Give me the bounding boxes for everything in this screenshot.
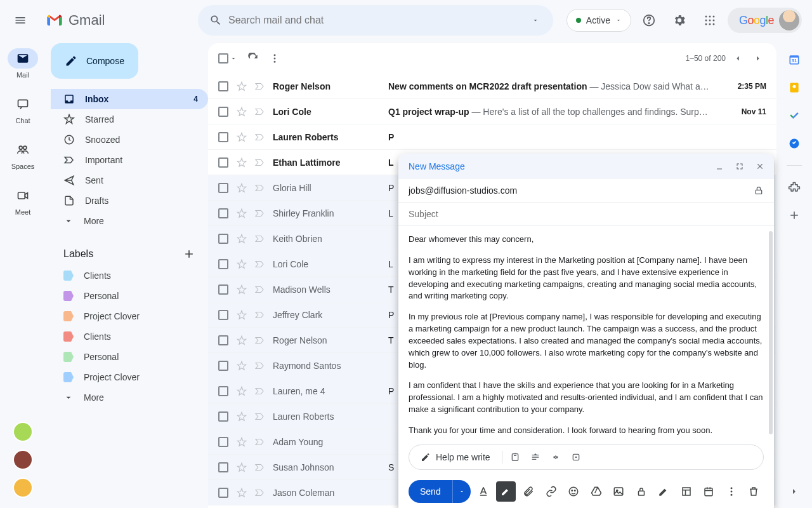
important-icon[interactable] (254, 462, 265, 473)
schedule-icon[interactable] (698, 481, 719, 502)
star-icon[interactable] (236, 309, 247, 321)
email-row[interactable]: Roger Nelson New comments on MCR2022 dra… (208, 74, 776, 99)
rail-chat[interactable]: Chat (5, 91, 41, 127)
scrollbar[interactable] (769, 231, 773, 434)
row-checkbox[interactable] (218, 437, 228, 447)
search-input[interactable] (228, 15, 523, 26)
expand-icon[interactable] (731, 157, 749, 175)
folder-important[interactable]: Important (51, 150, 208, 170)
star-icon[interactable] (236, 131, 247, 143)
row-checkbox[interactable] (218, 157, 228, 168)
star-icon[interactable] (236, 157, 247, 168)
search-bar[interactable] (198, 5, 553, 36)
subject-input[interactable] (409, 209, 764, 219)
important-icon[interactable] (254, 157, 265, 168)
shorten-icon[interactable] (546, 447, 566, 467)
important-icon[interactable] (254, 385, 265, 397)
row-checkbox[interactable] (218, 81, 228, 91)
important-icon[interactable] (254, 360, 265, 371)
row-checkbox[interactable] (218, 208, 228, 218)
star-icon[interactable] (236, 284, 247, 295)
star-icon[interactable] (236, 258, 247, 270)
settings-icon[interactable] (667, 8, 692, 33)
star-icon[interactable] (236, 81, 247, 92)
rail-meet[interactable]: Meet (5, 183, 41, 218)
search-icon[interactable] (203, 14, 228, 27)
send-button[interactable]: Send (409, 480, 471, 503)
ai-format-icon[interactable] (496, 481, 516, 502)
contact-avatar[interactable] (13, 422, 33, 442)
star-icon[interactable] (236, 462, 247, 473)
profile-avatar[interactable] (779, 10, 799, 30)
row-checkbox[interactable] (218, 310, 228, 320)
star-icon[interactable] (236, 436, 247, 448)
star-icon[interactable] (236, 106, 247, 117)
row-checkbox[interactable] (218, 234, 228, 244)
gmail-logo[interactable]: Gmail (41, 11, 167, 29)
search-options-icon[interactable] (523, 17, 548, 24)
minimize-icon[interactable] (710, 157, 728, 175)
collapse-panel-icon[interactable] (788, 485, 801, 498)
contacts-icon[interactable] (788, 137, 801, 150)
star-icon[interactable] (236, 487, 247, 498)
important-icon[interactable] (254, 208, 265, 219)
discard-icon[interactable] (743, 481, 764, 502)
important-icon[interactable] (254, 233, 265, 244)
star-icon[interactable] (236, 233, 247, 244)
more-compose-icon[interactable] (721, 481, 742, 502)
folder-inbox[interactable]: Inbox4 (51, 89, 208, 109)
image-icon[interactable] (608, 481, 629, 502)
close-icon[interactable] (751, 157, 769, 175)
to-field[interactable]: jobs@diffusion-studios.com (398, 179, 774, 203)
star-icon[interactable] (236, 335, 247, 346)
star-icon[interactable] (236, 360, 247, 371)
compose-button[interactable]: Compose (51, 43, 138, 79)
main-menu-button[interactable] (5, 5, 36, 36)
important-icon[interactable] (254, 411, 265, 422)
lock-icon[interactable] (754, 185, 764, 196)
label-item[interactable]: Project Clover (51, 306, 208, 326)
row-checkbox[interactable] (218, 284, 228, 295)
row-checkbox[interactable] (218, 488, 228, 498)
formalize-icon[interactable] (505, 447, 525, 467)
select-all[interactable] (218, 53, 237, 64)
send-options-icon[interactable] (453, 488, 471, 495)
drive-icon[interactable] (586, 481, 606, 502)
keep-icon[interactable] (788, 81, 801, 94)
row-checkbox[interactable] (218, 107, 228, 117)
next-page-icon[interactable] (750, 50, 766, 67)
row-checkbox[interactable] (218, 462, 228, 472)
star-icon[interactable] (236, 208, 247, 219)
add-label-icon[interactable] (183, 248, 195, 260)
calendar-icon[interactable]: 31 (788, 53, 801, 66)
important-icon[interactable] (254, 106, 265, 117)
important-icon[interactable] (254, 436, 265, 448)
important-icon[interactable] (254, 131, 265, 143)
row-checkbox[interactable] (218, 411, 228, 422)
contact-avatar[interactable] (13, 478, 33, 498)
important-icon[interactable] (254, 182, 265, 194)
apps-icon[interactable] (697, 8, 723, 33)
rail-spaces[interactable]: Spaces (5, 137, 41, 173)
star-icon[interactable] (236, 411, 247, 422)
elaborate-icon[interactable] (525, 447, 546, 467)
folder-sent[interactable]: Sent (51, 170, 208, 190)
folder-snoozed[interactable]: Snoozed (51, 130, 208, 150)
emoji-icon[interactable] (563, 481, 584, 502)
star-icon[interactable] (236, 182, 247, 194)
row-checkbox[interactable] (218, 361, 228, 371)
recreate-icon[interactable] (566, 447, 586, 467)
folder-starred[interactable]: Starred (51, 109, 208, 130)
label-item[interactable]: Personal (51, 347, 208, 367)
important-icon[interactable] (254, 258, 265, 270)
checkbox-icon[interactable] (218, 53, 228, 64)
row-checkbox[interactable] (218, 132, 228, 142)
rail-mail[interactable]: Mail (5, 46, 41, 81)
compose-header[interactable]: New Message (398, 154, 774, 179)
label-item[interactable]: Clients (51, 326, 208, 347)
get-addons-icon[interactable] (788, 209, 801, 222)
label-item[interactable]: Project Clover (51, 367, 208, 387)
template-icon[interactable] (676, 481, 697, 502)
labels-more[interactable]: More (51, 387, 208, 408)
tasks-icon[interactable] (788, 109, 801, 122)
